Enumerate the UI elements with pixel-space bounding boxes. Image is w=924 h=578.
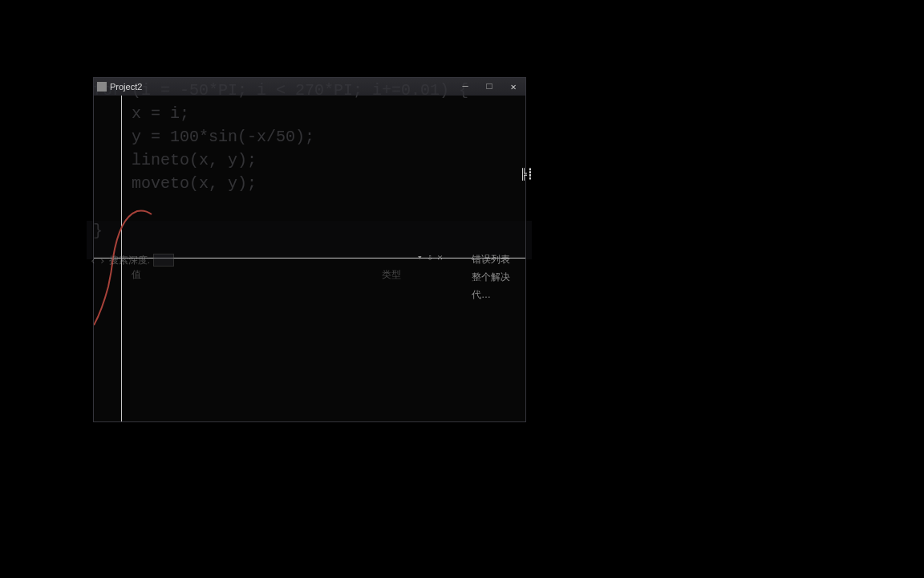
col-header-type: 类型: [382, 268, 401, 282]
nav-forward-icon[interactable]: ›: [99, 254, 106, 267]
window-titlebar[interactable]: Project2 ─ □ ✕: [94, 78, 525, 96]
nav-back-icon[interactable]: ‹: [90, 254, 96, 267]
window-icon: [97, 82, 107, 92]
error-list-title[interactable]: 错误列表: [472, 250, 529, 268]
watch-grid-header: 值 类型: [87, 268, 532, 282]
col-header-value: 值: [132, 268, 141, 282]
error-code-col: 代…: [472, 286, 529, 303]
error-scope-label[interactable]: 整个解决: [472, 268, 529, 286]
search-depth-label: 搜索深度:: [109, 254, 150, 267]
window-title: Project2: [110, 82, 142, 92]
search-depth-input[interactable]: [153, 254, 174, 267]
watch-panel: ‹ › 搜索深度: 值 类型: [87, 252, 532, 300]
close-button[interactable]: ✕: [501, 78, 525, 96]
maximize-button[interactable]: □: [477, 78, 501, 96]
error-list-panel: 错误列表 整个解决 代…: [472, 250, 529, 303]
graphics-output-window[interactable]: Project2 ─ □ ✕: [93, 77, 526, 422]
minimize-button[interactable]: ─: [453, 78, 477, 96]
